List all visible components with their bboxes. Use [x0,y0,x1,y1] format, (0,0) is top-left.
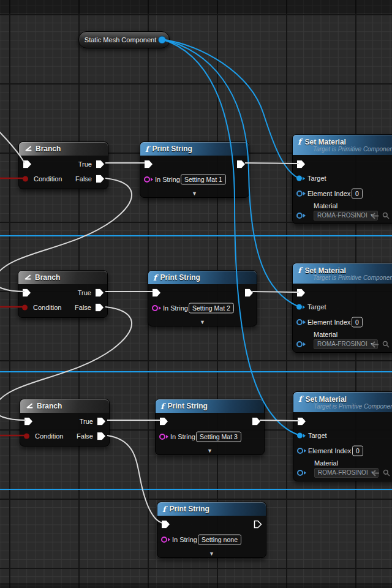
reset-arrow-icon[interactable] [371,341,379,348]
branch-node-1[interactable]: Branch True Condition False [18,141,108,189]
set-material-node-1[interactable]: f Set Material Target is Primitive Compo… [292,134,392,224]
print-string-header[interactable]: f Print String [156,399,264,413]
in-string-input[interactable]: Setting Mat 2 [189,303,234,314]
element-index-input[interactable]: 0 [352,317,363,328]
exec-wire [245,163,299,164]
node-title: Set Material [305,266,346,275]
exec-in-pin[interactable] [23,160,31,168]
exec-out-pin-unconnected[interactable] [254,520,262,529]
element-index-pin[interactable] [297,448,306,454]
node-subtitle: Target is Primitive Component [314,403,392,410]
condition-pin[interactable] [23,176,28,182]
in-string-pin[interactable] [144,176,153,183]
material-dropdown[interactable]: ROMA-FROSINOI ▼ [314,468,379,478]
function-icon: f [298,266,301,275]
exec-in-pin[interactable] [145,160,153,168]
material-pin[interactable] [296,341,306,347]
element-index-pin[interactable] [296,190,306,197]
print-string-node-2[interactable]: f Print String In String Setting Mat 2 ▼ [148,270,257,326]
print-string-node-1[interactable]: f Print String In String Setting Mat 1 ▼ [140,141,249,198]
branch-node-3[interactable]: Branch True Condition False [20,399,110,447]
material-dropdown-value: ROMA-FROSINOI [318,469,368,477]
in-string-input[interactable]: Setting none [198,535,241,545]
print-string-node-4[interactable]: f Print String In String Setting none ▼ [157,502,266,558]
set-material-header[interactable]: f Set Material Target is Primitive Compo… [293,263,392,284]
in-string-pin[interactable] [159,434,168,440]
exec-in-pin[interactable] [153,289,160,297]
element-index-input[interactable]: 0 [352,189,363,199]
branch-header[interactable]: Branch [18,271,107,284]
material-pin[interactable] [297,470,306,476]
exec-in-pin[interactable] [298,418,306,426]
exec-in-pin[interactable] [24,418,32,426]
object-wire [162,39,298,435]
material-dropdown-value: ROMA-FROSINOI [317,212,368,219]
browse-magnifier-icon[interactable] [382,341,390,348]
target-pin[interactable] [297,433,306,439]
target-pin[interactable] [296,176,305,181]
node-title: Branch [35,273,60,282]
exec-out-pin[interactable] [237,160,245,168]
exec-out-pin[interactable] [245,289,253,297]
node-title: Set Material [305,138,346,146]
function-icon: f [153,273,157,282]
false-pin-label: False [77,432,93,440]
branch-node-2[interactable]: Branch True Condition False [18,270,108,318]
true-exec-pin[interactable] [96,289,104,297]
true-exec-pin[interactable] [97,418,105,426]
set-material-node-3[interactable]: f Set Material Target is Primitive Compo… [293,391,392,481]
browse-magnifier-icon[interactable] [383,469,390,477]
set-material-header[interactable]: f Set Material Target is Primitive Compo… [293,392,392,412]
true-exec-pin[interactable] [96,160,104,168]
material-dropdown[interactable]: ROMA-FROSINOI ▼ [314,211,378,221]
in-string-pin[interactable] [152,305,161,311]
browse-magnifier-icon[interactable] [382,212,390,219]
print-string-node-3[interactable]: f Print String In String Setting Mat 3 ▼ [155,399,265,455]
branch-header[interactable]: Branch [20,399,109,413]
condition-pin-label: Condition [35,432,63,440]
target-label: Target [307,175,326,182]
in-string-input[interactable]: Setting Mat 1 [181,175,226,185]
target-label: Target [308,432,327,439]
collapse-arrow-icon[interactable]: ▼ [207,448,213,454]
exec-in-pin[interactable] [162,521,170,529]
false-exec-pin[interactable] [97,432,105,440]
print-string-header[interactable]: f Print String [140,142,249,156]
node-title: Branch [36,145,61,153]
condition-pin-label: Condition [34,175,62,183]
print-string-header[interactable]: f Print String [157,502,266,516]
material-pin[interactable] [296,213,306,219]
branch-icon [24,146,32,153]
variable-node-static-mesh-component[interactable]: Static Mesh Component [78,31,170,48]
node-title: Print String [168,402,208,410]
exec-out-pin[interactable] [252,418,260,426]
collapse-arrow-icon[interactable]: ▼ [192,190,197,197]
set-material-node-2[interactable]: f Set Material Target is Primitive Compo… [292,263,392,353]
false-exec-pin[interactable] [96,175,104,183]
target-pin[interactable] [296,304,305,310]
collapse-arrow-icon[interactable]: ▼ [200,319,205,325]
false-exec-pin[interactable] [96,304,104,312]
collapse-arrow-icon[interactable]: ▼ [209,551,214,557]
element-index-pin[interactable] [296,319,306,325]
condition-pin[interactable] [22,305,28,311]
set-material-header[interactable]: f Set Material Target is Primitive Compo… [293,135,392,155]
material-dropdown-value: ROMA-FROSINOI [317,341,368,348]
in-string-input[interactable]: Setting Mat 3 [196,432,241,442]
exec-in-pin[interactable] [23,289,31,297]
element-index-input[interactable]: 0 [352,446,363,456]
reset-arrow-icon[interactable] [372,470,380,477]
print-string-header[interactable]: f Print String [148,271,257,284]
function-icon: f [162,505,166,514]
material-dropdown[interactable]: ROMA-FROSINOI ▼ [314,339,378,349]
exec-in-pin[interactable] [297,160,305,168]
in-string-pin[interactable] [161,537,170,543]
reset-arrow-icon[interactable] [371,213,379,219]
condition-pin[interactable] [24,434,29,439]
exec-in-pin[interactable] [160,418,168,426]
blueprint-graph-canvas[interactable]: Static Mesh Component Branch True Condit… [0,0,392,588]
branch-icon [25,403,33,410]
branch-header[interactable]: Branch [19,142,108,156]
object-output-pin[interactable] [158,36,166,44]
exec-in-pin[interactable] [297,289,305,297]
